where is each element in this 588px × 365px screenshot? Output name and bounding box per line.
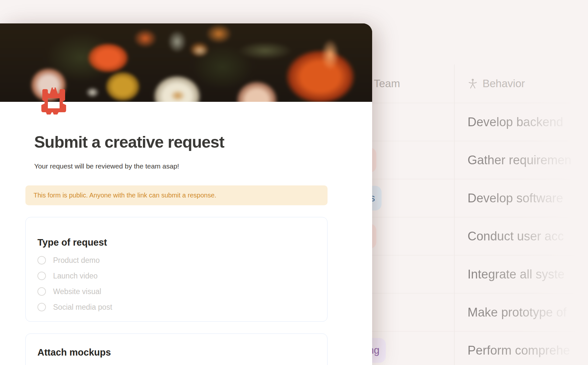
behavior-cell[interactable]: Integrate all syste xyxy=(454,255,588,293)
form-panel: Submit a creative request Your request w… xyxy=(0,23,372,365)
radio-button[interactable] xyxy=(37,272,46,280)
behavior-cell[interactable]: Perform comprehe xyxy=(454,331,588,365)
radio-button[interactable] xyxy=(37,303,46,311)
radio-option-label: Website visual xyxy=(53,287,101,296)
form-content: Submit a creative request Your request w… xyxy=(0,132,372,365)
radio-option-product-demo[interactable]: Product demo xyxy=(37,252,315,268)
page-title: Submit a creative request xyxy=(34,132,328,152)
behavior-text: Develop backend xyxy=(468,115,563,129)
team-column-label: Team xyxy=(374,77,400,90)
behavior-cell[interactable]: Develop software xyxy=(454,179,588,217)
radio-button[interactable] xyxy=(37,287,46,296)
column-header-behavior[interactable]: Behavior xyxy=(454,64,588,103)
frame-logo-icon xyxy=(36,84,70,115)
radio-option-launch-video[interactable]: Launch video xyxy=(37,268,315,284)
question-card-attach-mockups: Attach mockups xyxy=(25,333,328,365)
question-card-type-of-request: Type of request Product demo Launch vide… xyxy=(25,217,328,322)
question-label: Type of request xyxy=(37,237,315,248)
radio-option-website-visual[interactable]: Website visual xyxy=(37,284,315,299)
radio-option-label: Launch video xyxy=(53,272,98,280)
radio-button[interactable] xyxy=(37,256,46,264)
behavior-text: Conduct user acc xyxy=(468,229,564,243)
public-form-banner-text: This form is public. Anyone with the lin… xyxy=(34,192,216,199)
behavior-text: Perform comprehe xyxy=(468,344,570,358)
behavior-cell[interactable]: Gather requiremen xyxy=(454,141,588,179)
radio-option-social-media-post[interactable]: Social media post xyxy=(37,299,315,315)
question-label: Attach mockups xyxy=(37,347,315,358)
behavior-text: Make prototype of xyxy=(468,305,567,319)
behavior-text: Develop software xyxy=(468,191,563,205)
behavior-cell[interactable]: Conduct user acc xyxy=(454,217,588,255)
behavior-text: Integrate all syste xyxy=(468,267,565,281)
behavior-text: Gather requiremen xyxy=(468,153,571,167)
public-form-banner: This form is public. Anyone with the lin… xyxy=(25,185,328,205)
radio-option-label: Product demo xyxy=(53,256,100,265)
person-icon xyxy=(468,78,478,89)
radio-option-label: Social media post xyxy=(53,303,112,312)
behavior-cell[interactable]: Develop backend xyxy=(454,103,588,141)
behavior-cell[interactable]: Make prototype of xyxy=(454,293,588,331)
behavior-column-label: Behavior xyxy=(483,77,525,90)
radio-option-group: Product demo Launch video Website visual… xyxy=(37,252,315,315)
form-subtitle: Your request will be reviewed by the tea… xyxy=(34,162,328,171)
